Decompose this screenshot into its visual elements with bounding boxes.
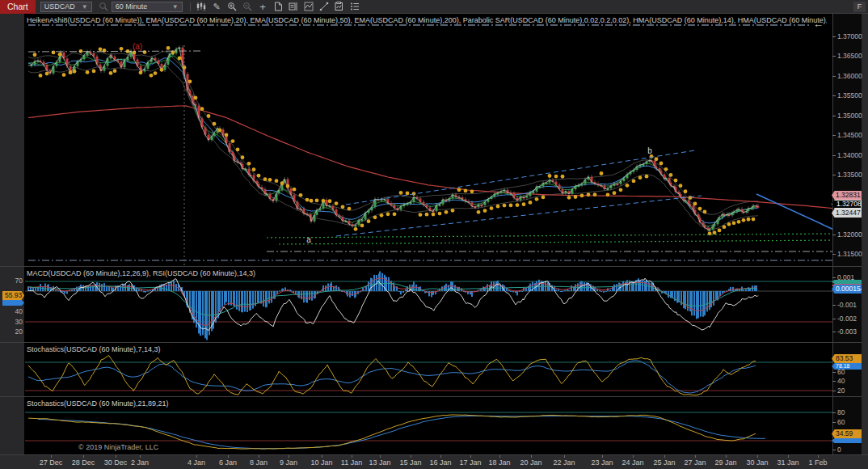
stoch-value-marker: 78.18 [832,363,862,370]
panel-separator[interactable] [0,342,862,343]
time-axis-tick [818,455,819,458]
price-tick-mark [832,234,836,235]
rsi-tick-label: 30 [5,318,23,326]
properties-list-icon[interactable] [348,1,362,13]
zoom-in-icon[interactable] [225,1,239,13]
macd-value-marker: 0.000154 [832,285,862,294]
stoch-tick-mark [832,412,836,413]
panel-separator[interactable] [0,396,862,397]
stoch-value-marker [832,438,862,443]
chart-annotation: (a) [133,42,142,51]
time-axis[interactable]: 27 Dec28 Dec30 Dec2 Jan4 Jan6 Jan8 Jan9 … [0,454,868,469]
toolbar-separator [190,2,191,11]
snapshot-icon[interactable] [333,1,347,13]
price-marker: 1.32708 [832,200,862,209]
symbol-value: USDCAD [44,2,75,11]
price-tick-mark [832,175,836,175]
time-axis-tick [602,455,603,458]
time-axis-label: 25 Jan [653,458,675,467]
zoom-out-icon[interactable] [241,1,255,13]
stoch-value-marker: 83.53 [832,354,862,363]
time-axis-tick [726,455,727,458]
time-axis-label: 22 Jan [553,458,575,467]
price-panel-title: HeikenAshi8(USDCAD (60 Minute)), EMA(USD… [27,16,827,24]
time-axis-tick [196,455,197,458]
interval-select[interactable]: 60 Minute ▼ [112,2,183,12]
time-axis-tick [633,455,634,458]
time-axis-tick [564,455,565,458]
macd-tick-mark [832,319,836,319]
stoch-tick-label: 60 [837,418,845,426]
symbol-select[interactable]: USDCAD ▼ [40,2,92,12]
price-tick-label: 1.34000 [837,151,862,159]
price-tick-mark [832,135,836,136]
time-axis-label: 31 Jan [777,458,798,467]
rsi-value-marker [2,300,24,306]
price-tick-label: 1.35500 [837,91,862,99]
time-axis-tick [757,455,758,458]
macd-value-marker [832,280,862,284]
time-axis-tick [470,455,471,458]
new-order-icon[interactable] [272,1,285,13]
chart-annotation: a [306,235,311,244]
time-axis-label: 9 Jan [280,458,297,467]
time-axis-label: 16 Jan [429,458,451,467]
rsi-tick-label: 20 [5,327,23,336]
stoch1-panel-title: Stochastics(USDCAD (60 Minute),7,14,3) [27,345,161,353]
price-tick-label: 1.33500 [837,171,862,179]
macd-tick-mark [832,277,836,278]
macd-tick-mark [832,305,836,306]
order-panel-icon[interactable] [287,1,301,13]
stoch2-panel-title: Stochastics(USDCAD (60 Minute),21,89,21) [27,399,169,408]
time-axis-tick [411,455,411,458]
time-axis-label: 23 Jan [591,458,613,467]
interval-value: 60 Minute [116,2,148,11]
chevron-down-icon: ▼ [82,3,88,11]
left-margin [0,14,24,454]
time-axis-label: 27 Jan [684,458,706,467]
panel-separator[interactable] [0,266,862,267]
time-axis-tick [531,455,532,458]
stoch-tick-label: 0 [837,446,841,454]
tab-chart[interactable]: Chart [0,0,36,14]
rsi-tick-label: 40 [5,307,23,315]
stoch-tick-mark [832,381,836,382]
time-axis-tick [228,455,229,458]
price-tick-mark [832,116,836,116]
trendline-icon[interactable] [318,1,331,13]
time-axis-tick [380,455,381,458]
search-icon[interactable] [97,1,111,13]
price-marker: 1.32447 [832,209,862,218]
time-axis-label: 2 Jan [131,458,149,467]
price-tick-label: 1.32000 [837,230,862,239]
draw-pencil-icon[interactable]: ✎ [210,1,224,13]
stoch-tick-mark [832,450,836,450]
price-tick-mark [832,36,836,37]
arrow-left-icon[interactable]: ← [813,18,824,30]
toolbar: Chart USDCAD ▼ 60 Minute ▼ ✎ + [0,0,868,14]
time-axis-tick [83,455,84,458]
time-axis-label: 30 Jan [746,458,768,467]
time-axis-label: 11 Jan [341,458,362,467]
stoch-tick-label: 80 [837,408,845,416]
stoch-tick-label: 40 [837,377,845,385]
crosshair-icon[interactable]: + [256,1,270,13]
time-axis-label: 18 Jan [488,458,510,467]
time-axis-label: 27 Dec [40,458,63,467]
time-axis-tick [322,455,322,458]
rsi-value-marker: 55.93 [2,291,24,300]
right-edge-strip [862,14,868,454]
time-axis-tick [788,455,789,458]
price-tick-mark [832,76,836,77]
chart-canvas[interactable] [0,0,868,469]
time-axis-label: 10 Jan [310,458,332,467]
chart-style-icon[interactable] [195,1,209,13]
stoch-tick-label: 20 [837,387,845,395]
price-tick-mark [832,155,836,156]
ninjatrader-chart-window: Chart USDCAD ▼ 60 Minute ▼ ✎ + [0,0,868,469]
chart-annotation: b [647,146,652,155]
indicators-icon[interactable] [302,1,316,13]
time-axis-tick [499,455,500,458]
price-tick-mark [832,95,836,96]
macd-panel-title: MACD(USDCAD (60 Minute),12,26,9), RSI(US… [27,269,255,277]
